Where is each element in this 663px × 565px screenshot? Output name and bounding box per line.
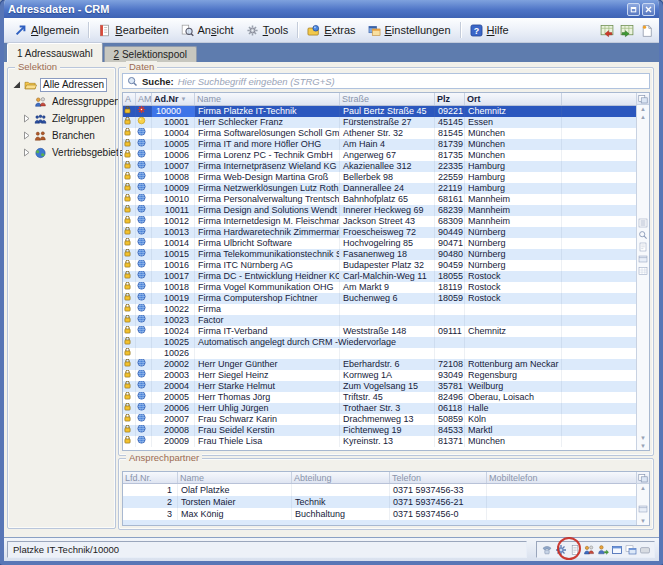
window-single-icon[interactable] xyxy=(610,543,623,556)
tree-expander-icon[interactable] xyxy=(22,114,31,123)
tree-expander-icon[interactable] xyxy=(12,80,21,89)
menu-item-einstellungen[interactable]: Einstellungen xyxy=(362,22,457,39)
table-row[interactable]: 10017Firma DC - Entwicklung Heidner KGCa… xyxy=(123,271,636,282)
tab-2[interactable]: 2 Selektionspool xyxy=(104,46,197,62)
statusbar-icons xyxy=(536,541,655,558)
tree-item-vertriebsgebiete[interactable]: Vertriebsgebiete xyxy=(22,144,113,161)
table-row[interactable]: 10024Firma IT-VerbandWeststraße 14809111… xyxy=(123,326,636,337)
table-row[interactable]: 10015Firma Telekommunikationstechnik Sei… xyxy=(123,249,636,260)
tree-expander-icon[interactable] xyxy=(22,131,31,140)
users-icon[interactable] xyxy=(582,543,595,556)
table-row[interactable]: 10022Firma xyxy=(123,304,636,315)
cell-name: Firma Internetdesign M. Fleischmann xyxy=(195,216,340,227)
column-header-strasse[interactable]: Straße xyxy=(340,93,435,105)
table-row[interactable]: 10016Firma ITC Nürnberg AGBudapester Pla… xyxy=(123,260,636,271)
table-row[interactable]: 20004Herr Starke HelmutZum Vogelsang 153… xyxy=(123,381,636,392)
column-header-plz[interactable]: Plz xyxy=(435,93,465,105)
table-row[interactable]: 20005Herr Thomas JörgTriftstr. 4582496Ob… xyxy=(123,392,636,403)
table-row[interactable]: 20002Herr Unger GüntherEberhardstr. 6721… xyxy=(123,359,636,370)
contact-row[interactable]: 1Olaf Platzke0371 5937456-33 xyxy=(123,484,636,496)
table-row[interactable]: 10006Firma Lorenz PC - Technik GmbHAnger… xyxy=(123,150,636,161)
table-row[interactable]: 10012Firma Internetdesign M. Fleischmann… xyxy=(123,216,636,227)
column-header-lock[interactable]: A xyxy=(123,93,136,105)
contact-column-header-name[interactable]: Name xyxy=(178,472,292,483)
tree-item-branchen[interactable]: Branchen xyxy=(22,127,113,144)
table-row[interactable]: 10008Firma Web-Design Martina GroßBeller… xyxy=(123,172,636,183)
cell-ort: Nürnberg xyxy=(465,238,562,249)
scroll-up-icon[interactable]: ▲ xyxy=(640,113,646,121)
column-header-ort[interactable]: Ort xyxy=(465,93,562,105)
restore-button[interactable] xyxy=(627,3,640,16)
column-chooser-button[interactable] xyxy=(637,93,649,105)
table-import-button[interactable] xyxy=(618,22,635,38)
menu-item-extras[interactable]: Extras xyxy=(301,22,361,39)
rail-card-icon[interactable] xyxy=(638,500,648,510)
window-double-icon[interactable] xyxy=(624,543,637,556)
tree-item-zielgruppen[interactable]: Zielgruppen xyxy=(22,110,113,127)
table-row[interactable]: 10000Firma Platzke IT-TechnikPaul Bertz … xyxy=(123,106,636,117)
scroll-down-icon[interactable]: ▼ xyxy=(640,442,646,450)
doc-list-icon[interactable] xyxy=(568,543,581,556)
table-row[interactable]: 10018Firma Vogel Kommunikation OHGAm Mar… xyxy=(123,282,636,293)
table-row[interactable]: 20006Herr Uhlig JürgenTrothaer Str. 3061… xyxy=(123,403,636,414)
contact-column-header-nr[interactable]: Lfd.Nr. xyxy=(123,472,178,483)
new-document-button[interactable] xyxy=(638,22,655,38)
table-row[interactable]: 20009Frau Thiele LisaKyreinstr. 1381371M… xyxy=(123,436,636,447)
table-export-button[interactable] xyxy=(598,22,615,38)
contact-row[interactable]: 2Torsten MaierTechnik0371 5937456-21 xyxy=(123,496,636,508)
panel-icon[interactable] xyxy=(638,543,651,556)
contact-column-header-mobil[interactable]: Mobiltelefon xyxy=(487,472,636,483)
table-row[interactable]: 10011Firma Design and Solutions Wendt Gm… xyxy=(123,205,636,216)
lock-cell xyxy=(123,249,136,260)
am-cell xyxy=(136,271,152,282)
scroll-up-icon[interactable]: ▲ xyxy=(640,484,646,492)
gear-globe-icon[interactable] xyxy=(554,543,567,556)
phone-icon[interactable] xyxy=(540,543,553,556)
contact-column-chooser-button[interactable] xyxy=(637,472,649,484)
table-row[interactable]: 10007Firma Internetpräsenz Wieland KGAka… xyxy=(123,161,636,172)
table-row[interactable]: 10019Firma Computershop FichtnerBuchenwe… xyxy=(123,293,636,304)
table-row[interactable]: 10004Firma Softwarelösungen Scholl GmbHA… xyxy=(123,128,636,139)
table-row[interactable]: 20003Herr Siegel HeinzKornweg 1A93049Reg… xyxy=(123,370,636,381)
column-header-am[interactable]: AM xyxy=(136,93,152,105)
tree-item-adressgruppen[interactable]: Adressgruppen xyxy=(22,93,113,110)
contact-row[interactable]: 3Max KönigBuchhaltung0371 5937456-0 xyxy=(123,508,636,520)
scroll-down-icon[interactable]: ▼ xyxy=(640,434,646,442)
table-row[interactable]: 10001Herr Schlecker FranzFürstenstraße 2… xyxy=(123,117,636,128)
rail-grid-icon[interactable] xyxy=(638,262,648,272)
table-row[interactable]: 10005Firma IT and more Höfler OHGAm Hain… xyxy=(123,139,636,150)
contact-column-header-telefon[interactable]: Telefon xyxy=(390,472,487,483)
rail-note-icon[interactable] xyxy=(638,238,648,248)
rail-search-icon[interactable] xyxy=(638,226,648,236)
table-row[interactable]: 10013Firma Hardwaretechnik Zimmerman OHG… xyxy=(123,227,636,238)
user-network-icon[interactable] xyxy=(596,543,609,556)
search-bar[interactable]: Suche: Hier Suchbegriff eingeben (STRG+S… xyxy=(122,73,650,89)
table-row[interactable]: 10026 xyxy=(123,348,636,359)
table-row[interactable]: 10010Firma Personalverwaltung Trentsch G… xyxy=(123,194,636,205)
contact-column-header-abteilung[interactable]: Abteilung xyxy=(292,472,390,483)
menu-item-hilfe[interactable]: ?Hilfe xyxy=(464,22,515,39)
table-row[interactable]: 10023Factor xyxy=(123,315,636,326)
menu-item-ansicht[interactable]: Ansicht xyxy=(175,22,240,39)
scroll-up-icon[interactable]: ▲ xyxy=(640,105,646,113)
tree-expander-icon[interactable] xyxy=(22,148,31,157)
cell-filler xyxy=(562,337,636,348)
menu-item-bearbeiten[interactable]: Bearbeiten xyxy=(92,22,174,39)
column-header-adnr[interactable]: Ad.Nr▼ xyxy=(152,93,195,105)
menu-item-label: Hilfe xyxy=(487,24,509,36)
table-row[interactable]: 10009Firma Netzwerklösungen Lutz RothDan… xyxy=(123,183,636,194)
tab-1[interactable]: 1 Adressauswahl xyxy=(7,43,103,62)
rail-list-icon[interactable] xyxy=(638,214,648,224)
table-row[interactable]: 10025Automatisch angelegt durch CRM -Wie… xyxy=(123,337,636,348)
column-header-name[interactable]: Name xyxy=(195,93,340,105)
scroll-down-icon[interactable]: ▼ xyxy=(640,517,646,525)
menu-item-tools[interactable]: Tools xyxy=(240,22,295,39)
table-row[interactable]: 20008Frau Seidel KerstinFichtenweg 19845… xyxy=(123,425,636,436)
close-button[interactable] xyxy=(642,3,655,16)
tree-item-alle-adressen[interactable]: Alle Adressen xyxy=(12,76,113,93)
table-row[interactable]: 10014Firma Ulbricht SoftwareHochvogelrin… xyxy=(123,238,636,249)
table-row[interactable]: 20007Frau Schwarz KarinDrachmenweg 13508… xyxy=(123,414,636,425)
menu-item-allgemein[interactable]: Allgemein xyxy=(8,22,85,39)
rail-card-icon[interactable] xyxy=(638,250,648,260)
am-cell xyxy=(136,359,152,370)
